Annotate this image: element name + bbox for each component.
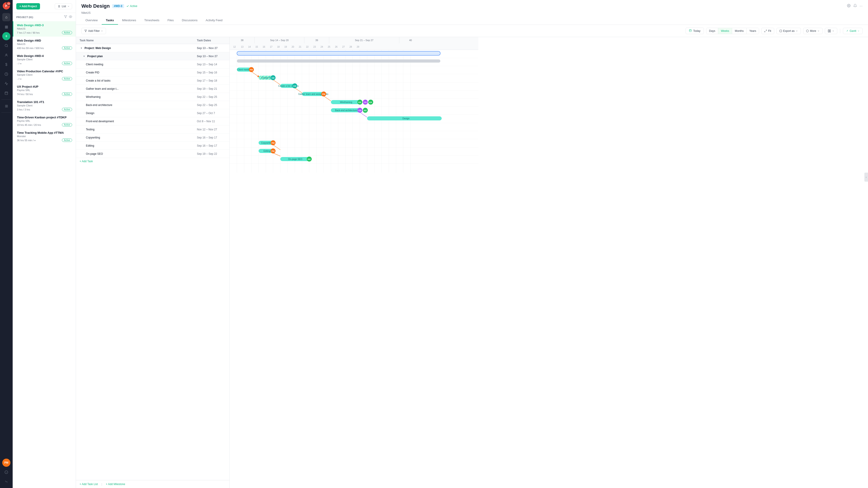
gantt-bar-project[interactable] bbox=[237, 51, 440, 55]
table-row[interactable]: Testing Nov 12 – Nov 27 bbox=[76, 125, 229, 133]
gantt-bar-wireframing[interactable]: Wireframing KK CD KK bbox=[331, 100, 373, 105]
section-collapse-arrow[interactable]: ▼ bbox=[82, 55, 86, 58]
gantt-bar-gather-team[interactable]: Gather team and assign tasks PM bbox=[298, 92, 329, 96]
task-dates-backend: Sep 22 – Sep 25 bbox=[193, 102, 229, 108]
project-name-wd4: Web Design #WD-4 bbox=[17, 54, 72, 58]
gantt-button[interactable]: Gantt bbox=[843, 28, 863, 34]
project-meta-vpc: - / ∞ Active bbox=[17, 77, 72, 80]
tab-files[interactable]: Files bbox=[163, 16, 178, 25]
user-icon[interactable] bbox=[2, 51, 10, 59]
settings-icon[interactable] bbox=[2, 478, 10, 486]
collapse-tab[interactable]: ‹ bbox=[864, 173, 868, 182]
project-item-t1[interactable]: Translation 101 #T1 Sample Client 3 hrs … bbox=[13, 98, 76, 113]
table-row[interactable]: Copywriting Sep 16 – Sep 17 bbox=[76, 133, 229, 142]
tab-milestones[interactable]: Milestones bbox=[118, 16, 140, 25]
tab-overview[interactable]: Overview bbox=[81, 16, 102, 25]
clock-icon[interactable] bbox=[2, 70, 10, 78]
add-project-button[interactable]: + Add Project bbox=[16, 3, 40, 9]
svg-text:29: 29 bbox=[357, 46, 360, 48]
table-row[interactable]: Gather team and assign t... Sep 19 – Sep… bbox=[76, 85, 229, 93]
filter-icon[interactable] bbox=[64, 15, 67, 19]
more-button[interactable]: More bbox=[803, 28, 822, 34]
days-button[interactable]: Days bbox=[706, 28, 718, 34]
period-buttons: Days Weeks Months Years bbox=[706, 28, 759, 34]
project-item-tdkp[interactable]: Time-Driven Kanban project #TDKP Paymo S… bbox=[13, 113, 76, 129]
table-row[interactable]: Wireframing Sep 22 – Sep 25 bbox=[76, 93, 229, 101]
gantt-bar-project-plan[interactable] bbox=[237, 59, 440, 63]
projects-icon[interactable]: ▦ bbox=[2, 23, 10, 31]
icon-sidebar: P ⌂ ▦ + $ ⊞ PM bbox=[0, 0, 13, 488]
bell-icon[interactable] bbox=[853, 4, 857, 8]
add-task-list-button[interactable]: + Add Task List bbox=[80, 483, 98, 486]
project-name-vpc: Video Production Calendar #VPC bbox=[17, 70, 72, 73]
months-button[interactable]: Months bbox=[732, 28, 747, 34]
table-row[interactable]: ▼ Project: Web Design Sep 13 – Nov 27 bbox=[76, 44, 229, 52]
svg-text:PM: PM bbox=[322, 93, 325, 95]
table-row[interactable]: Editing Sep 16 – Sep 17 bbox=[76, 142, 229, 150]
svg-text:Design: Design bbox=[402, 117, 409, 120]
project-client-vpc: Sample Client bbox=[17, 73, 72, 76]
gantt-bar-client-meeting[interactable]: Client meeting PM bbox=[237, 67, 254, 72]
add-task-row[interactable]: + Add Task bbox=[76, 158, 229, 165]
add-filter-label: Add Filter bbox=[88, 29, 100, 33]
gantt-bar-editing[interactable]: Editing PM bbox=[258, 149, 276, 153]
project-item-wd4[interactable]: Web Design #WD-4 Sample Client - / ∞ Act… bbox=[13, 52, 76, 67]
table-row[interactable]: ▼ Project plan Sep 13 – Nov 27 bbox=[76, 52, 229, 60]
table-row[interactable]: Back-end architecture Sep 22 – Sep 25 bbox=[76, 101, 229, 109]
gantt-bar-seo[interactable]: On-page SEO KK bbox=[280, 157, 312, 162]
project-title-row: Web Design #WD-3 Active ··· bbox=[81, 3, 863, 9]
gantt-bar-copywriting[interactable]: Copywriting PM bbox=[258, 140, 276, 145]
table-row[interactable]: Design Sep 27 – Oct 7 bbox=[76, 109, 229, 117]
tab-timesheets[interactable]: Timesheets bbox=[140, 16, 163, 25]
app-logo[interactable]: P bbox=[3, 2, 10, 9]
add-icon[interactable]: + bbox=[2, 32, 10, 40]
project-item-active[interactable]: Web Design #WD-3 NikeUS 7 hrs 17 min / 9… bbox=[13, 21, 76, 37]
tab-tasks[interactable]: Tasks bbox=[102, 16, 118, 25]
add-milestone-button[interactable]: + Add Milestone bbox=[106, 483, 125, 486]
more-icon[interactable]: ··· bbox=[860, 4, 863, 8]
project-item-up[interactable]: UX Project #UP Paymo SRL 74 hrs / 50 hrs… bbox=[13, 83, 76, 98]
svg-text:12: 12 bbox=[233, 46, 236, 48]
today-button[interactable]: Today bbox=[686, 28, 704, 34]
chart-icon[interactable] bbox=[2, 79, 10, 88]
fit-button[interactable]: Fit bbox=[761, 28, 774, 34]
svg-line-1 bbox=[7, 46, 8, 47]
years-button[interactable]: Years bbox=[747, 28, 759, 34]
eye-icon[interactable] bbox=[69, 15, 72, 19]
view-selector[interactable]: List bbox=[55, 3, 72, 9]
info-icon[interactable] bbox=[2, 468, 10, 476]
export-button[interactable]: Export as bbox=[776, 28, 801, 34]
calendar-icon[interactable] bbox=[2, 89, 10, 97]
collapse-arrow[interactable]: ▼ bbox=[80, 46, 83, 50]
gantt-bar-design[interactable]: Design bbox=[367, 116, 442, 121]
columns-button[interactable] bbox=[825, 28, 837, 34]
tab-activity-feed[interactable]: Activity Feed bbox=[202, 16, 226, 25]
project-item-wd[interactable]: Web Design #WD NikeUS 430 hrs 59 min / 5… bbox=[13, 37, 76, 52]
table-row[interactable]: Create a list of tasks Sep 17 – Sep 18 bbox=[76, 76, 229, 85]
tab-discussions[interactable]: Discussions bbox=[178, 16, 202, 25]
search-icon[interactable] bbox=[2, 41, 10, 50]
table-row[interactable]: On-page SEO Sep 19 – Sep 22 bbox=[76, 150, 229, 158]
project-item-ttma[interactable]: Time Tracking Mobile App #TTMA Monster 3… bbox=[13, 129, 76, 144]
gantt-bar-create-pid[interactable]: Create PID CD bbox=[258, 75, 276, 80]
svg-text:Back-end architecture: Back-end architecture bbox=[335, 109, 357, 111]
status-badge-up: Active bbox=[62, 92, 72, 96]
table-row[interactable]: Front-end development Oct 8 – Nov 11 bbox=[76, 117, 229, 125]
project-item-vpc[interactable]: Video Production Calendar #VPC Sample Cl… bbox=[13, 67, 76, 83]
settings-header-icon[interactable] bbox=[847, 4, 850, 8]
home-icon[interactable]: ⌂ bbox=[2, 13, 10, 21]
table-row[interactable]: Create PID Sep 15 – Sep 16 bbox=[76, 68, 229, 76]
svg-text:15: 15 bbox=[255, 46, 258, 48]
expand-icon[interactable]: ⊞ bbox=[2, 102, 10, 110]
gantt-bar-backend[interactable]: Back-end architecture CD KK bbox=[331, 108, 368, 113]
table-row[interactable]: Client meeting Sep 13 – Sep 14 bbox=[76, 60, 229, 68]
gantt-bar-create-list[interactable]: Create a list of tasks CD bbox=[278, 84, 299, 88]
bottom-user-icon[interactable]: PM bbox=[2, 459, 10, 467]
add-filter-button[interactable]: Add Filter bbox=[81, 28, 106, 34]
svg-line-28 bbox=[766, 30, 767, 31]
task-dates-seo: Sep 19 – Sep 22 bbox=[193, 151, 229, 157]
svg-text:KK: KK bbox=[308, 158, 311, 160]
weeks-button[interactable]: Weeks bbox=[718, 28, 732, 34]
money-icon[interactable]: $ bbox=[2, 61, 10, 69]
gantt-day-headers: 12 13 14 15 16 17 18 19 20 21 22 23 24 2… bbox=[230, 43, 478, 50]
